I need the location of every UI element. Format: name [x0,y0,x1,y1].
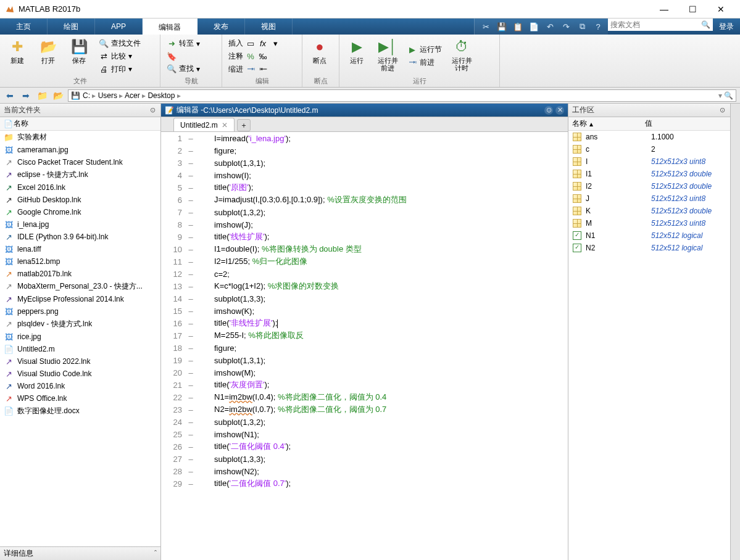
window-minimize-button[interactable]: — [650,0,678,19]
workspace-options-icon[interactable]: ⊙ [718,106,726,115]
file-row[interactable]: ↗GitHub Desktop.lnk [0,194,160,206]
fold-gutter-icon[interactable]: – [186,307,196,316]
file-name-col[interactable]: 名称 [14,118,157,129]
main-tab-1[interactable]: 绘图 [48,19,95,35]
code-line[interactable]: 17–M=255-I; %将此图像取反 [161,329,568,342]
file-col-header[interactable]: 📄 名称 [0,117,160,131]
run-time-button[interactable]: ⏱运行并 计时 [448,37,475,75]
fold-gutter-icon[interactable]: – [186,208,196,217]
fold-gutter-icon[interactable]: – [186,282,196,291]
copy-icon[interactable]: 📋 [512,20,524,33]
indent-button[interactable]: 缩进 ⭲ ⭰ [226,64,283,75]
code-line[interactable]: 24–subplot(1,3,2); [161,416,568,428]
fold-gutter-icon[interactable]: – [186,467,196,476]
file-row[interactable]: 🖼lena.tiff [0,243,160,255]
file-row[interactable]: ↗eclipse - 快捷方式.lnk [0,168,160,181]
details-expand-icon[interactable]: ˆ [154,550,157,558]
code-line[interactable]: 25–imshow(N1); [161,428,568,440]
fold-gutter-icon[interactable]: – [186,159,196,168]
workspace-var-row[interactable]: N2512x512 logical [568,242,730,254]
fold-gutter-icon[interactable]: – [186,171,196,180]
undo-icon[interactable]: ↶ [544,20,556,33]
code-text[interactable]: c=2; [196,270,230,279]
file-row[interactable]: ↗Google Chrome.lnk [0,206,160,218]
file-row[interactable]: ↗Visual Studio 2022.lnk [0,355,160,368]
file-row[interactable]: ↗MobaXterm_Personal_23.0 - 快捷方... [0,280,160,293]
compare-button[interactable]: ⇄比较 ▾ [96,51,143,62]
code-line[interactable]: 3–subplot(1,3,1); [161,157,568,169]
file-row[interactable]: 🖼i_lena.jpg [0,218,160,231]
fold-gutter-icon[interactable]: – [186,405,196,414]
code-text[interactable]: imshow(M); [196,368,256,377]
code-text[interactable]: K=c*log(1+I2); %求图像的对数变换 [196,281,339,292]
code-line[interactable]: 27–subplot(1,3,3); [161,453,568,465]
path-dropdown-icon[interactable]: ▾ 🔍 [718,91,733,100]
fold-gutter-icon[interactable]: – [186,294,196,303]
paste-icon[interactable]: 📄 [528,20,540,33]
code-line[interactable]: 10–I1=double(I); %将图像转换为 double 类型 [161,243,568,255]
editor-new-tab-button[interactable]: ＋ [237,119,251,131]
code-text[interactable]: I=imread('i_lena.jpg'); [196,134,291,143]
code-line[interactable]: 11–I2=I1/255; %归一化此图像 [161,255,568,268]
code-text[interactable]: imshow(J); [196,220,253,229]
file-row[interactable]: ↗IDLE (Python 3.9 64-bit).lnk [0,231,160,243]
code-text[interactable]: subplot(1,3,1); [196,159,265,168]
file-row[interactable]: 📄数字图像处理.docx [0,405,160,418]
code-line[interactable]: 26–title('二值化阈值 0.4'); [161,440,568,453]
code-line[interactable]: 19–subplot(1,3,1); [161,354,568,366]
code-line[interactable]: 5–title('原图'); [161,181,568,194]
code-line[interactable]: 7–subplot(1,3,2); [161,206,568,218]
path-seg-1[interactable]: Users [98,91,117,100]
run-button[interactable]: ▶运行 [343,37,370,75]
ws-value-col[interactable]: 值 [645,118,726,129]
comment-button[interactable]: 注释 % ‰ [226,51,283,62]
window-maximize-button[interactable]: ☐ [678,0,707,19]
file-row[interactable]: ↗Excel 2016.lnk [0,181,160,194]
doc-search-input[interactable] [610,20,697,29]
collapsed-command-window[interactable] [730,104,740,560]
path-browse-button[interactable]: 📂 [52,89,64,102]
fold-gutter-icon[interactable]: – [186,393,196,402]
code-line[interactable]: 18–figure; [161,342,568,354]
code-line[interactable]: 6–J=imadjust(I,[0.3;0.6],[0.1;0.9]); %设置… [161,194,568,206]
workspace-var-row[interactable]: J512x512x3 uint8 [568,192,730,205]
fold-gutter-icon[interactable]: – [186,418,196,427]
workspace-list[interactable]: ans1.1000c2I512x512x3 uint8I1512x512x3 d… [568,131,730,560]
editor-tab-untitled2[interactable]: Untitled2.m ✕ [173,118,235,131]
code-text[interactable]: subplot(1,3,3); [196,455,265,464]
code-line[interactable]: 15–imshow(K); [161,305,568,317]
path-seg-3[interactable]: Desktop [148,91,175,100]
fold-gutter-icon[interactable]: – [186,245,196,254]
code-line[interactable]: 8–imshow(J); [161,218,568,231]
main-tab-0[interactable]: 主页 [0,19,48,35]
fold-gutter-icon[interactable]: – [186,183,196,192]
code-line[interactable]: 2–figure; [161,144,568,157]
main-tab-4[interactable]: 发布 [197,19,245,35]
file-row[interactable]: ↗MyEclipse Professional 2014.lnk [0,293,160,305]
code-text[interactable]: subplot(1,3,3); [196,294,265,303]
login-button[interactable]: 登录 [713,19,740,35]
file-row[interactable]: ↗matlab2017b.lnk [0,268,160,280]
code-line[interactable]: 14–subplot(1,3,3); [161,292,568,305]
main-tab-5[interactable]: 视图 [245,19,293,35]
fold-gutter-icon[interactable]: – [186,196,196,205]
fold-gutter-icon[interactable]: – [186,442,196,451]
ws-name-col[interactable]: 名称 ▴ [572,118,645,129]
code-line[interactable]: 13–K=c*log(1+I2); %求图像的对数变换 [161,280,568,292]
tab-close-icon[interactable]: ✕ [222,121,228,130]
breakpoints-button[interactable]: ● 断点 [306,37,333,75]
file-row[interactable]: ↗WPS Office.lnk [0,392,160,405]
fold-gutter-icon[interactable]: – [186,381,196,390]
file-row[interactable]: 📄Untitled2.m [0,343,160,355]
fold-gutter-icon[interactable]: – [186,233,196,242]
fold-gutter-icon[interactable]: – [186,319,196,328]
code-text[interactable]: J=imadjust(I,[0.3;0.6],[0.1;0.9]); %设置灰度… [196,194,407,205]
code-text[interactable]: title('原图'); [196,182,253,193]
code-text[interactable]: subplot(1,3,2); [196,208,265,217]
fold-gutter-icon[interactable]: – [186,368,196,377]
redo-icon[interactable]: ↷ [560,20,572,33]
code-text[interactable]: N2=im2bw(I,0.7); %将此图像二值化，阈值为 0.7 [196,404,386,415]
code-text[interactable]: imshow(I); [196,171,251,180]
advance-button[interactable]: ⭲前进 [405,57,444,68]
workspace-var-row[interactable]: M512x512x3 uint8 [568,217,730,229]
